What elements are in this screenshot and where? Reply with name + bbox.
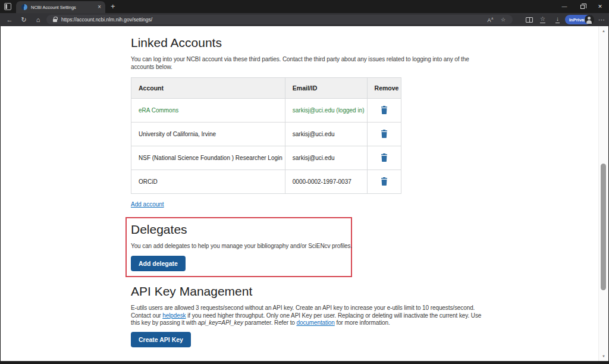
account-cell: eRA Commons (131, 99, 285, 123)
delegates-title: Delegates (131, 222, 187, 237)
split-screen-icon[interactable] (526, 17, 533, 23)
scroll-up-icon[interactable]: ▲ (599, 27, 608, 34)
add-account-area: Add account (131, 201, 164, 208)
api-text: for more information. (335, 319, 390, 326)
linked-accounts-title: Linked Accounts (131, 36, 222, 50)
delete-account-icon[interactable] (381, 106, 388, 114)
tab-title: NCBI Account Settings (31, 5, 95, 10)
email-cell: 0000-0002-1997-0037 (285, 170, 367, 194)
scrollbar-thumb[interactable] (601, 164, 606, 290)
add-favorite-icon[interactable]: ☆ (501, 17, 506, 23)
new-tab-button[interactable]: + (111, 1, 115, 12)
close-button[interactable]: ✕ (591, 0, 609, 13)
page-content: Linked Accounts You can log into your NC… (1, 26, 608, 361)
table-row: ORCiD0000-0002-1997-0037 (131, 170, 401, 194)
remove-cell (367, 146, 401, 170)
api-text: this key by passing it with (131, 319, 198, 326)
account-cell: ORCiD (131, 170, 285, 194)
remove-cell (367, 123, 401, 146)
delete-account-icon[interactable] (381, 153, 388, 162)
scroll-down-icon[interactable]: ▼ (599, 353, 608, 360)
table-header-row: Account Email/ID Remove (131, 78, 401, 99)
profile-avatar (585, 15, 594, 24)
delete-account-icon[interactable] (381, 177, 388, 186)
email-header: Email/ID (285, 78, 367, 99)
collections-icon[interactable]: ☆ (540, 15, 545, 23)
lock-icon (53, 19, 57, 22)
minimize-button[interactable]: — (555, 0, 573, 13)
api-key-description: E-utils users are allowed 3 requests/sec… (131, 305, 481, 327)
api-key-title: API Key Management (131, 284, 252, 299)
account-cell: University of California, Irvine (131, 123, 285, 146)
api-param-text: api_key=API_key (198, 319, 243, 326)
table-row: eRA Commonssarkisj@uci.edu (logged in) (131, 99, 401, 123)
remove-header: Remove (367, 78, 401, 99)
browser-toolbar: ← ↻ ⌂ https://account.ncbi.nlm.nih.gov/s… (0, 13, 609, 26)
remove-cell (367, 99, 401, 123)
delegates-description: You can add delegates to help you manage… (131, 243, 352, 250)
remove-cell (367, 170, 401, 194)
table-row: University of California, Irvinesarkisj@… (131, 123, 401, 146)
create-api-key-button[interactable]: Create API Key (131, 332, 191, 347)
description-line: accounts below. (131, 64, 172, 70)
email-cell: sarkisj@uci.edu (logged in) (285, 99, 367, 123)
read-aloud-icon[interactable]: A∧ (488, 16, 494, 23)
browser-tab[interactable]: NCBI Account Settings × (16, 1, 105, 13)
inprivate-badge[interactable]: InPrivate (565, 15, 594, 24)
url-text[interactable]: https://account.ncbi.nlm.nih.gov/setting… (61, 17, 488, 23)
settings-menu-icon[interactable]: ⋯ (598, 13, 605, 26)
tab-close-icon[interactable]: × (98, 4, 101, 10)
linked-accounts-description: You can log into your NCBI account via t… (131, 56, 469, 71)
ncbi-favicon-icon (21, 4, 27, 10)
window-controls: — ✕ (555, 0, 609, 13)
helpdesk-link[interactable]: helpdesk (162, 312, 186, 319)
tab-strip: NCBI Account Settings × + — ✕ (0, 0, 609, 13)
browser-window: NCBI Account Settings × + — ✕ ← ↻ ⌂ http… (0, 0, 609, 364)
restore-button[interactable] (573, 0, 591, 13)
account-cell: NSF (National Science Foundation ) Resea… (131, 146, 285, 170)
email-cell: sarkisj@uci.edu (285, 146, 367, 170)
add-delegate-button[interactable]: Add delegate (131, 256, 186, 271)
account-header: Account (131, 78, 285, 99)
table-row: NSF (National Science Foundation ) Resea… (131, 146, 401, 170)
api-text: Contact our (131, 312, 162, 319)
home-icon[interactable]: ⌂ (32, 13, 44, 26)
description-line: You can log into your NCBI account via t… (131, 56, 469, 62)
address-bar[interactable]: https://account.ncbi.nlm.nih.gov/setting… (46, 15, 513, 24)
linked-accounts-table: Account Email/ID Remove eRA Commonssarki… (131, 77, 401, 194)
back-icon[interactable]: ← (4, 13, 15, 26)
restore-icon (580, 5, 585, 9)
tab-actions-menu-icon[interactable] (4, 3, 11, 10)
api-text: E-utils users are allowed 3 requests/sec… (131, 305, 475, 311)
add-account-link[interactable]: Add account (131, 201, 164, 208)
documentation-link[interactable]: documentation (296, 319, 334, 326)
email-cell: sarkisj@uci.edu (285, 123, 367, 146)
downloads-icon[interactable]: ↓ (555, 15, 560, 23)
delete-account-icon[interactable] (381, 130, 388, 138)
api-text: if you need higher throughput. Only one … (186, 312, 482, 319)
api-text: parameter. Refer to (243, 319, 297, 326)
refresh-icon[interactable]: ↻ (18, 13, 30, 26)
